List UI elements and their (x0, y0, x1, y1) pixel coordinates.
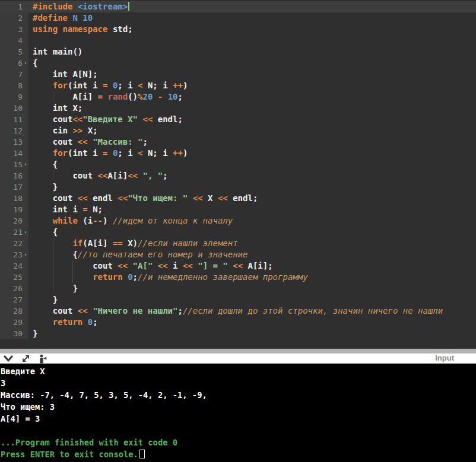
collapse-chevron-icon[interactable] (4, 355, 13, 362)
code-line[interactable]: 20 while (i--) //идем от конца к началу (0, 215, 476, 227)
console-lines: Введите X3Массив: -7, -4, 7, 5, 3, 5, -4… (1, 365, 476, 460)
gutter-cell: 30 (0, 328, 28, 339)
console-output[interactable]: Введите X3Массив: -7, -4, 7, 5, 3, 5, -4… (0, 364, 476, 462)
fold-spacer (23, 317, 28, 328)
line-number: 27 (0, 294, 23, 305)
expand-console-icon[interactable] (21, 354, 30, 363)
code-line-text: cout << "Массив: "; (28, 136, 476, 148)
code-line-text (28, 35, 476, 46)
fold-arrow-icon[interactable]: ▾ (23, 159, 28, 170)
indent-guide (53, 283, 53, 294)
line-number: 21 (0, 227, 23, 238)
code-line-text: { (28, 159, 476, 170)
code-line[interactable]: 7 int A[N]; (0, 69, 476, 80)
gutter-cell: 9 (0, 91, 28, 103)
code-line[interactable]: 4 (0, 35, 476, 46)
line-number: 23 (0, 249, 23, 260)
code-line[interactable]: 18 cout << endl <<"Что ищем: " << X << e… (0, 193, 476, 204)
gutter-cell: 8 (0, 80, 28, 91)
line-number: 17 (0, 181, 23, 193)
code-line[interactable]: 11 cout<<"Введите X" << endl; (0, 114, 476, 125)
code-line[interactable]: 12 cin >> X; (0, 125, 476, 136)
code-line[interactable]: 17 } (0, 181, 476, 193)
code-line-text: cin >> X; (28, 125, 476, 136)
code-line[interactable]: 9 A[i] = rand()%20 - 10; (0, 91, 476, 103)
code-line[interactable]: 30} (0, 328, 476, 339)
code-line-text: for(int i = 0; i < N; i ++) (28, 80, 476, 91)
fold-spacer (23, 283, 28, 294)
line-number: 14 (0, 148, 23, 159)
fold-spacer (23, 272, 28, 283)
code-line[interactable]: 25 return 0;//и немедленно завершаем про… (0, 272, 476, 283)
code-line[interactable]: 26 } (0, 283, 476, 294)
code-line[interactable]: 13 cout << "Массив: "; (0, 136, 476, 148)
code-line[interactable]: 29 return 0; (0, 317, 476, 328)
code-line[interactable]: 2#define N 10 (0, 12, 476, 24)
gutter-cell: 5 (0, 46, 28, 58)
gutter-cell: 25 (0, 272, 28, 283)
code-line[interactable]: 21▾ { (0, 227, 476, 238)
code-line[interactable]: 27 } (0, 294, 476, 305)
fold-spacer (23, 46, 28, 58)
gutter-cell: 24 (0, 260, 28, 272)
fold-arrow-icon[interactable]: ▾ (23, 58, 28, 69)
code-line[interactable]: 5int main() (0, 46, 476, 58)
code-line[interactable]: 28 cout << "Ничего не нашли";//если дошл… (0, 305, 476, 317)
line-number: 8 (0, 80, 23, 91)
gutter-cell: 27 (0, 294, 28, 305)
gutter-cell: 2 (0, 12, 28, 24)
code-line[interactable]: 1#include <iostream> (0, 1, 476, 12)
code-line[interactable]: 22 if(A[i] == X)//если нашли элемент (0, 238, 476, 249)
fold-spacer (23, 294, 28, 305)
fold-arrow-icon[interactable]: ▾ (23, 227, 28, 238)
line-number: 30 (0, 328, 23, 339)
gutter-cell: 20 (0, 215, 28, 227)
code-line[interactable]: 3using namespace std; (0, 24, 476, 35)
console-line: Что ищем: 3 (1, 401, 476, 413)
console-line: Введите X (1, 365, 476, 377)
code-line-text: { (28, 227, 476, 238)
console-line-text: ...Program finished with exit code 0 (1, 438, 177, 447)
line-number: 3 (0, 24, 23, 35)
gutter-cell: 22 (0, 238, 28, 249)
share-console-icon[interactable] (39, 354, 48, 364)
gutter-cell: 29 (0, 317, 28, 328)
line-number: 24 (0, 260, 23, 272)
line-number: 19 (0, 204, 23, 215)
fold-arrow-icon[interactable]: ▾ (23, 249, 28, 260)
code-line-text: if(A[i] == X)//если нашли элемент (28, 238, 476, 249)
fold-spacer (23, 1, 28, 12)
console-line-text: Введите X (1, 367, 45, 376)
fold-spacer (23, 125, 28, 136)
console-line-text: A[4] = 3 (1, 414, 40, 423)
code-line[interactable]: 16 cout <<A[i]<< ", "; (0, 170, 476, 181)
indent-guide (72, 272, 73, 283)
code-line[interactable]: 14 for(int i = 0; i < N; i ++) (0, 148, 476, 159)
indent-guide (53, 249, 53, 260)
line-number: 18 (0, 193, 23, 204)
line-number: 26 (0, 283, 23, 294)
code-line[interactable]: 10 int X; (0, 103, 476, 114)
gutter-cell: 10 (0, 103, 28, 114)
line-number: 13 (0, 136, 23, 148)
gutter-cell: 15▾ (0, 159, 28, 170)
gutter-cell: 28 (0, 305, 28, 317)
code-line-text: { (28, 58, 476, 69)
code-line[interactable]: 6▾{ (0, 58, 476, 69)
code-editor[interactable]: 1#include <iostream>2#define N 103using … (0, 0, 476, 349)
code-line[interactable]: 19 int i = N; (0, 204, 476, 215)
gutter-cell: 23▾ (0, 249, 28, 260)
code-line[interactable]: 24 cout << "A[" << i << "] = " << A[i]; (0, 260, 476, 272)
input-label: input (435, 353, 454, 364)
fold-spacer (23, 238, 28, 249)
code-line-text: return 0; (28, 317, 476, 328)
code-line[interactable]: 15▾ { (0, 159, 476, 170)
code-line[interactable]: 23▾ {//то печатаем его номер и значение (0, 249, 476, 260)
line-number: 10 (0, 103, 23, 114)
gutter-cell: 1 (0, 1, 28, 12)
fold-spacer (23, 35, 28, 46)
text-cursor (128, 2, 129, 11)
code-line[interactable]: 8 for(int i = 0; i < N; i ++) (0, 80, 476, 91)
fold-spacer (23, 260, 28, 272)
console-line (1, 425, 476, 436)
